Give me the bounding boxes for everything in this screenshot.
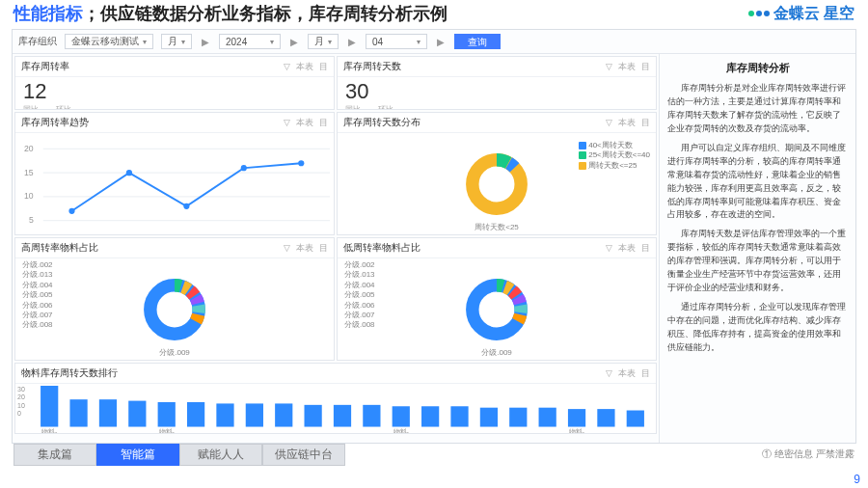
- kpi-value: 30: [338, 77, 656, 104]
- kpi-turnover-days: 库存周转天数▽本表目 30 同比 --环比 --: [337, 56, 657, 110]
- svg-point-10: [68, 208, 74, 214]
- svg-rect-39: [246, 403, 263, 426]
- svg-rect-49: [539, 408, 556, 427]
- svg-rect-38: [216, 403, 233, 426]
- label-org: 库存组织: [18, 35, 57, 48]
- svg-rect-34: [99, 399, 117, 426]
- year-select[interactable]: 2024▾: [219, 34, 281, 49]
- svg-point-12: [183, 203, 189, 209]
- chevron-down-icon: ▾: [143, 38, 147, 46]
- svg-rect-41: [305, 405, 322, 427]
- svg-rect-51: [597, 409, 614, 426]
- tab-intelligence[interactable]: 智能篇: [96, 444, 179, 466]
- period-type-a-select[interactable]: 月▾: [161, 34, 192, 49]
- svg-rect-40: [275, 403, 292, 426]
- donut-days-distribution: 库存周转天数分布▽本表目 40<周转天数 25<周转天数<=40 周转天数<=2…: [337, 112, 657, 235]
- donut-high-turnover: 高周转率物料占比▽本表目 分级.002 分级.013 分级.004 分级.005…: [14, 237, 335, 361]
- menu-icon[interactable]: 目: [641, 61, 650, 73]
- svg-point-14: [298, 160, 304, 166]
- filter-toolbar: 库存组织 金蝶云移动测试▾ 月▾ ▶ 2024▾ ▶ 月▾ ▶ 04▾ ▶ 查询: [13, 30, 855, 54]
- analysis-title: 库存周转分析: [667, 60, 848, 76]
- tab-empower[interactable]: 赋能人人: [179, 444, 262, 466]
- svg-rect-35: [128, 401, 146, 427]
- svg-rect-32: [41, 386, 58, 427]
- kpi-value: 12: [15, 77, 334, 104]
- tab-supplychain[interactable]: 供应链中台: [262, 444, 345, 466]
- svg-rect-50: [568, 409, 585, 426]
- footer-tabs: 集成篇 智能篇 赋能人人 供应链中台: [14, 444, 345, 466]
- svg-rect-43: [363, 405, 380, 427]
- svg-rect-47: [480, 408, 498, 427]
- svg-rect-33: [69, 399, 87, 426]
- filter-icon[interactable]: ▽: [606, 62, 612, 71]
- query-button[interactable]: 查询: [454, 34, 501, 49]
- menu-icon[interactable]: 目: [319, 61, 328, 73]
- svg-point-13: [241, 165, 247, 171]
- svg-text:10: 10: [24, 191, 34, 201]
- filter-icon[interactable]: ▽: [284, 62, 290, 71]
- svg-text:15: 15: [24, 168, 34, 177]
- period-type-b-select[interactable]: 月▾: [308, 34, 339, 49]
- org-select[interactable]: 金蝶云移动测试▾: [65, 34, 153, 49]
- svg-rect-52: [627, 411, 644, 427]
- analysis-panel: 库存周转分析 库存周转分析是对企业库存周转效率进行评估的一种方法，主要是通过计算…: [659, 54, 855, 443]
- svg-text:5: 5: [29, 215, 34, 225]
- svg-rect-46: [450, 406, 468, 426]
- svg-rect-37: [187, 402, 204, 427]
- svg-rect-48: [509, 408, 527, 427]
- svg-point-11: [126, 170, 132, 176]
- svg-text:20: 20: [24, 144, 34, 153]
- svg-rect-45: [421, 406, 439, 426]
- page-number: 9: [854, 473, 860, 486]
- donut-low-turnover: 低周转率物料占比▽本表目 分级.002 分级.013 分级.004 分级.005…: [337, 237, 657, 361]
- tab-integration[interactable]: 集成篇: [14, 444, 96, 466]
- dashboard-panel: 库存组织 金蝶云移动测试▾ 月▾ ▶ 2024▾ ▶ 月▾ ▶ 04▾ ▶ 查询…: [12, 29, 856, 444]
- trend-chart-card: 库存周转率趋势▽本表目 20151050 2024012024022024032…: [14, 112, 335, 235]
- confidential-label: ① 绝密信息 严禁泄露: [762, 447, 854, 461]
- brand-logo: 金蝶云 星空: [748, 4, 854, 24]
- svg-rect-36: [158, 402, 176, 427]
- svg-rect-44: [393, 406, 410, 426]
- page-title: 性能指标；供应链数据分析业务指标，库存周转分析示例: [14, 2, 448, 25]
- month-select[interactable]: 04▾: [366, 34, 427, 49]
- kpi-turnover-rate: 库存周转率▽本表目 12 同比 --环比 --: [14, 56, 335, 110]
- bar-material-ranking: 物料库存周转天数排行▽本表目 3020100 物料-M.020物料-M.001物…: [14, 363, 657, 434]
- svg-rect-42: [334, 405, 351, 427]
